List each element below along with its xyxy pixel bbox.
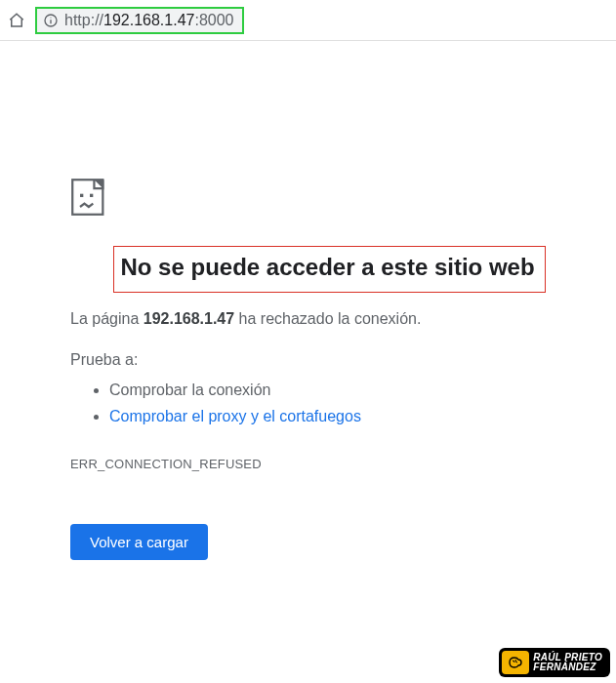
svg-marker-4 <box>94 180 103 188</box>
address-highlight: http://192.168.1.47:8000 <box>35 7 244 34</box>
sad-page-icon <box>70 178 109 217</box>
error-title-highlight: No se puede acceder a este sitio web <box>113 246 545 293</box>
svg-rect-3 <box>72 180 103 215</box>
try-label: Prueba a: <box>70 351 546 369</box>
address-bar[interactable]: http://192.168.1.47:8000 <box>35 7 608 34</box>
svg-point-2 <box>50 17 51 18</box>
list-item: Comprobar el proxy y el cortafuegos <box>109 403 546 429</box>
list-item: Comprobar la conexión <box>109 377 546 403</box>
reload-button[interactable]: Volver a cargar <box>70 524 208 560</box>
url-text: http://192.168.1.47:8000 <box>64 12 234 29</box>
suggestions-list: Comprobar la conexión Comprobar el proxy… <box>70 377 546 429</box>
info-icon[interactable] <box>43 13 59 28</box>
home-icon[interactable] <box>8 12 25 29</box>
suggestion-link[interactable]: Comprobar el proxy y el cortafuegos <box>109 408 361 424</box>
url-port: :8000 <box>194 12 233 28</box>
browser-toolbar: http://192.168.1.47:8000 <box>0 0 616 41</box>
error-title: No se puede acceder a este sitio web <box>120 253 534 282</box>
error-code: ERR_CONNECTION_REFUSED <box>70 457 546 471</box>
suggestion-text: Comprobar la conexión <box>109 382 270 398</box>
error-description: La página 192.168.1.47 ha rechazado la c… <box>70 310 546 328</box>
error-page-content: No se puede acceder a este sitio web La … <box>0 41 616 560</box>
svg-rect-6 <box>90 194 93 197</box>
watermark-badge: RAÚL PRIETO FERNÁNDEZ <box>499 648 610 677</box>
brain-icon <box>502 651 529 674</box>
svg-rect-5 <box>80 194 83 197</box>
url-scheme: http:// <box>64 12 103 28</box>
url-host: 192.168.1.47 <box>103 12 194 28</box>
watermark-text: RAÚL PRIETO FERNÁNDEZ <box>533 653 602 672</box>
